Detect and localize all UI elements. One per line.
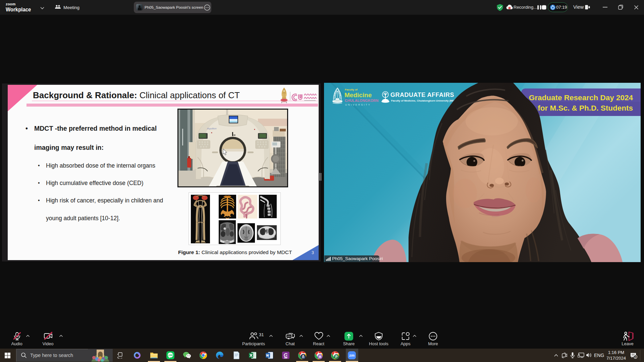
svg-text:2: 2	[635, 355, 636, 359]
svg-text:Faculty of Medicine, Chulalong: Faculty of Medicine, Chulalongkorn Unive…	[391, 99, 459, 102]
svg-text:for M.Sc. & Ph.D. Students: for M.Sc. & Ph.D. Students	[538, 104, 633, 112]
svg-text:Aquilion: Aquilion	[207, 127, 217, 130]
svg-text:PDF: PDF	[284, 357, 287, 359]
svg-text:Graduate Research Day 2024: Graduate Research Day 2024	[529, 94, 633, 102]
svg-text:Faculty of: Faculty of	[345, 88, 358, 91]
svg-text:Medicine: Medicine	[344, 92, 372, 99]
svg-text:M: M	[319, 355, 321, 359]
svg-text:GRADUATE AFFAIRS: GRADUATE AFFAIRS	[390, 92, 454, 98]
svg-text:CHULALONGKORN: CHULALONGKORN	[345, 99, 379, 103]
svg-text:P: P	[335, 355, 338, 359]
svg-text:UNIVERSITY: UNIVERSITY	[345, 103, 371, 106]
svg-text:LINE: LINE	[168, 354, 173, 356]
